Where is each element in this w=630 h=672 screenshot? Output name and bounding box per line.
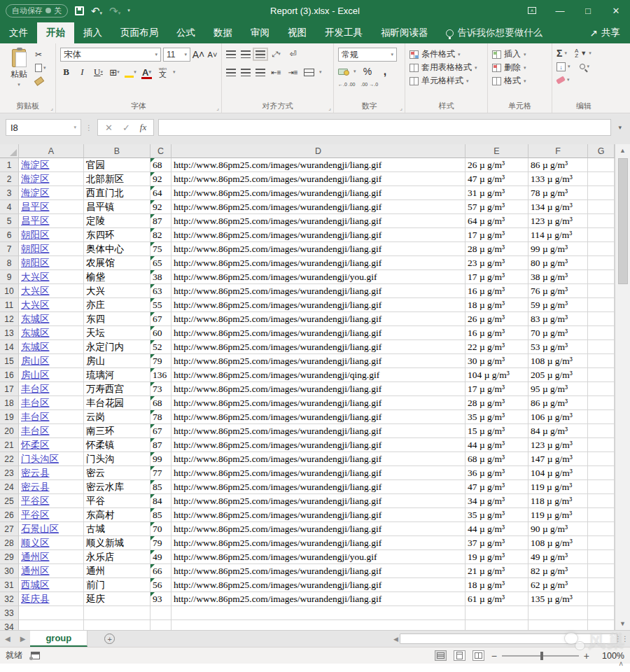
save-icon[interactable] bbox=[75, 6, 84, 15]
cell-pm25[interactable] bbox=[465, 620, 528, 630]
cell-station[interactable]: 顺义新城 bbox=[84, 536, 150, 550]
maximize-button[interactable]: □ bbox=[574, 0, 602, 21]
copy-button[interactable]: ▾ bbox=[35, 62, 46, 73]
cell-image-url[interactable]: http://www.86pm25.com/images/wurandengji… bbox=[172, 186, 465, 200]
macro-record-icon[interactable] bbox=[31, 652, 40, 659]
row-number[interactable]: 23 bbox=[0, 466, 19, 480]
bold-button[interactable]: B bbox=[60, 66, 72, 78]
cell-empty-g[interactable] bbox=[588, 578, 615, 592]
cell-station[interactable]: 房山 bbox=[84, 354, 150, 368]
cell-image-url[interactable]: http://www.86pm25.com/images/wurandengji… bbox=[172, 550, 465, 564]
cell-empty-g[interactable] bbox=[588, 494, 615, 508]
row-number[interactable]: 33 bbox=[0, 606, 19, 620]
cell-styles-button[interactable]: 单元格样式▾ bbox=[410, 74, 484, 88]
row-number[interactable]: 6 bbox=[0, 228, 19, 242]
cell-station[interactable]: 万寿西宫 bbox=[84, 382, 150, 396]
cell-aqi[interactable]: 78 bbox=[150, 410, 172, 424]
cell-aqi[interactable]: 49 bbox=[150, 550, 172, 564]
cell-image-url[interactable] bbox=[172, 606, 465, 620]
cell-empty-g[interactable] bbox=[588, 158, 615, 172]
cell-pm10[interactable]: 83 µ g/m³ bbox=[528, 312, 588, 326]
row-number[interactable]: 31 bbox=[0, 578, 19, 592]
column-header-b[interactable]: B bbox=[84, 144, 150, 158]
row-number[interactable]: 22 bbox=[0, 452, 19, 466]
ribbon-tab-审阅[interactable]: 审阅 bbox=[241, 22, 279, 43]
tab-splitter-handle[interactable]: ⋮⋮ bbox=[615, 635, 629, 643]
cell-pm25[interactable]: 15 µ g/m³ bbox=[465, 424, 528, 438]
clear-button[interactable] bbox=[556, 76, 566, 84]
cell-district[interactable]: 大兴区 bbox=[19, 270, 84, 284]
cell-aqi[interactable]: 85 bbox=[150, 480, 172, 494]
cell-image-url[interactable]: http://www.86pm25.com/images/wurandengji… bbox=[172, 312, 465, 326]
cell-pm25[interactable]: 16 µ g/m³ bbox=[465, 326, 528, 340]
cell-pm10[interactable]: 123 µ g/m³ bbox=[528, 438, 588, 452]
cell-empty-g[interactable] bbox=[588, 172, 615, 186]
cell-pm25[interactable]: 28 µ g/m³ bbox=[465, 396, 528, 410]
cell-district[interactable]: 昌平区 bbox=[19, 200, 84, 214]
select-all-corner[interactable] bbox=[0, 144, 19, 158]
cell-empty-g[interactable] bbox=[588, 564, 615, 578]
cell-pm10[interactable]: 119 µ g/m³ bbox=[528, 480, 588, 494]
cell-district[interactable]: 朝阳区 bbox=[19, 256, 84, 270]
cell-empty-g[interactable] bbox=[588, 480, 615, 494]
phonetic-dropdown-icon[interactable]: ▾ bbox=[173, 69, 176, 75]
cell-image-url[interactable]: http://www.86pm25.com/images/wurandengji… bbox=[172, 382, 465, 396]
cell-station[interactable]: 丰台花园 bbox=[84, 396, 150, 410]
cell-pm25[interactable]: 23 µ g/m³ bbox=[465, 256, 528, 270]
cell-aqi[interactable]: 79 bbox=[150, 354, 172, 368]
cell-pm10[interactable]: 53 µ g/m³ bbox=[528, 340, 588, 354]
cell-station[interactable]: 东四环 bbox=[84, 228, 150, 242]
cell-empty-g[interactable] bbox=[588, 410, 615, 424]
vertical-scroll-thumb[interactable] bbox=[618, 158, 628, 284]
merge-dropdown-icon[interactable]: ▾ bbox=[319, 69, 322, 75]
format-painter-button[interactable] bbox=[35, 76, 46, 86]
cell-pm10[interactable]: 59 µ g/m³ bbox=[528, 298, 588, 312]
page-layout-view-button[interactable] bbox=[454, 650, 465, 661]
ribbon-tab-页面布局[interactable]: 页面布局 bbox=[111, 22, 167, 43]
cell-pm10[interactable]: 82 µ g/m³ bbox=[528, 564, 588, 578]
zoom-percentage[interactable]: 100% bbox=[596, 651, 624, 661]
alignment-dialog-launcher[interactable]: ⌟ bbox=[328, 105, 331, 111]
shrink-font-button[interactable]: A˅ bbox=[206, 48, 218, 61]
cell-image-url[interactable]: http://www.86pm25.com/images/wurandengji… bbox=[172, 452, 465, 466]
cell-pm10[interactable]: 114 µ g/m³ bbox=[528, 228, 588, 242]
cell-image-url[interactable]: http://www.86pm25.com/images/wurandengji… bbox=[172, 284, 465, 298]
cell-aqi[interactable]: 92 bbox=[150, 200, 172, 214]
cell-district[interactable]: 通州区 bbox=[19, 550, 84, 564]
collapse-ribbon-icon[interactable]: ˄ bbox=[619, 660, 623, 668]
cell-pm25[interactable]: 17 µ g/m³ bbox=[465, 382, 528, 396]
cell-station[interactable]: 东高村 bbox=[84, 508, 150, 522]
cell-pm25[interactable]: 44 µ g/m³ bbox=[465, 522, 528, 536]
cell-pm25[interactable]: 19 µ g/m³ bbox=[465, 550, 528, 564]
cell-district[interactable]: 延庆县 bbox=[19, 592, 84, 606]
cell-empty-g[interactable] bbox=[588, 242, 615, 256]
cell-station[interactable]: 琉璃河 bbox=[84, 368, 150, 382]
cell-pm25[interactable]: 30 µ g/m³ bbox=[465, 354, 528, 368]
cell-station[interactable]: 亦庄 bbox=[84, 298, 150, 312]
cell-aqi[interactable]: 99 bbox=[150, 452, 172, 466]
cell-pm10[interactable]: 123 µ g/m³ bbox=[528, 214, 588, 228]
phonetic-guide-button[interactable]: wén文 bbox=[157, 66, 169, 78]
cut-button[interactable]: ✂ bbox=[35, 49, 46, 59]
cell-image-url[interactable]: http://www.86pm25.com/images/wurandengji… bbox=[172, 480, 465, 494]
cell-pm25[interactable]: 21 µ g/m³ bbox=[465, 564, 528, 578]
ribbon-tab-开发工具[interactable]: 开发工具 bbox=[316, 22, 372, 43]
ribbon-display-options-button[interactable]: ˄ bbox=[518, 0, 546, 21]
cell-pm10[interactable]: 205 µ g/m³ bbox=[528, 368, 588, 382]
cell-station[interactable]: 门头沟 bbox=[84, 452, 150, 466]
cell-station[interactable]: 密云 bbox=[84, 466, 150, 480]
underline-button[interactable]: U▾ bbox=[92, 66, 104, 78]
cell-station[interactable]: 永乐店 bbox=[84, 550, 150, 564]
cell-image-url[interactable]: http://www.86pm25.com/images/wurandengji… bbox=[172, 438, 465, 452]
find-select-button[interactable] bbox=[580, 64, 585, 69]
cell-pm10[interactable]: 147 µ g/m³ bbox=[528, 452, 588, 466]
zoom-slider[interactable]: − + bbox=[491, 650, 589, 662]
format-cells-button[interactable]: 格式▾ bbox=[492, 74, 549, 88]
cell-district[interactable]: 平谷区 bbox=[19, 508, 84, 522]
row-number[interactable]: 29 bbox=[0, 550, 19, 564]
cell-pm10[interactable]: 90 µ g/m³ bbox=[528, 522, 588, 536]
cell-empty-g[interactable] bbox=[588, 592, 615, 606]
fill-button[interactable]: ↓ bbox=[556, 62, 566, 71]
cell-pm25[interactable]: 61 µ g/m³ bbox=[465, 592, 528, 606]
cell-station[interactable]: 密云水库 bbox=[84, 480, 150, 494]
